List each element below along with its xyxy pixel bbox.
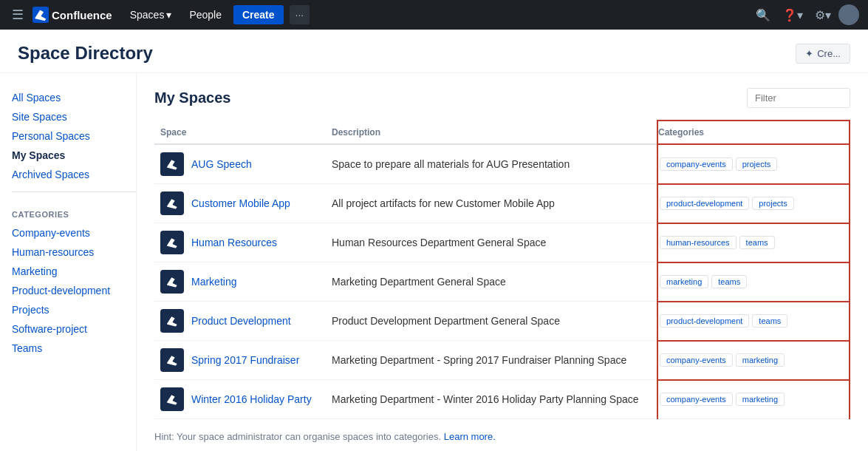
- space-description: Human Resources Department General Space: [332, 223, 657, 262]
- sidebar-item-site-spaces[interactable]: Site Spaces: [12, 107, 136, 126]
- sidebar-divider: [12, 191, 136, 192]
- table-row: Spring 2017 Fundraiser Marketing Departm…: [154, 341, 850, 380]
- sidebar-item-all-spaces[interactable]: All Spaces: [12, 88, 136, 107]
- sidebar-category-company-events[interactable]: Company-events: [12, 223, 136, 243]
- sidebar-categories: Company-eventsHuman-resourcesMarketingPr…: [12, 223, 136, 358]
- category-tag[interactable]: projects: [752, 197, 794, 210]
- sidebar-item-personal-spaces[interactable]: Personal Spaces: [12, 126, 136, 146]
- confluence-logo[interactable]: Confluence: [33, 7, 112, 23]
- topnav: ☰ Confluence Spaces ▾ People Create ··· …: [0, 0, 868, 30]
- space-description: Product Development Department General S…: [332, 302, 657, 341]
- main-content: My Spaces Space Description Categories A…: [137, 73, 868, 451]
- space-categories: human-resourcesteams: [657, 223, 850, 262]
- spaces-chevron-icon: ▾: [166, 9, 171, 21]
- space-icon: [160, 231, 184, 254]
- category-tag[interactable]: product-development: [660, 314, 749, 328]
- sidebar-item-archived-spaces[interactable]: Archived Spaces: [12, 165, 136, 184]
- space-name-link[interactable]: Marketing: [191, 276, 236, 288]
- category-tag[interactable]: product-development: [660, 197, 749, 210]
- more-button[interactable]: ···: [290, 5, 310, 24]
- spaces-nav-link[interactable]: Spaces ▾: [124, 6, 178, 24]
- sidebar-category-software-project[interactable]: Software-project: [12, 319, 136, 339]
- table-row: Human Resources Human Resources Departme…: [154, 223, 850, 262]
- sidebar-category-teams[interactable]: Teams: [12, 339, 136, 358]
- space-name-link[interactable]: AUG Speech: [191, 158, 252, 170]
- space-name-link[interactable]: Customer Mobile App: [191, 197, 290, 209]
- col-space-header: Space: [154, 121, 332, 144]
- col-categories-header: Categories: [657, 121, 850, 144]
- space-cell: Marketing: [160, 270, 323, 294]
- space-description: Space to prepare all materials for AUG P…: [332, 144, 657, 184]
- space-icon: [160, 387, 184, 411]
- search-icon-button[interactable]: 🔍: [751, 5, 775, 25]
- content-title: My Spaces: [154, 89, 230, 106]
- page-title: Space Directory: [18, 43, 153, 64]
- table-row: Customer Mobile App All project artifact…: [154, 184, 850, 223]
- space-cell: AUG Speech: [160, 152, 323, 176]
- hint-text: Hint: Your space administrator can organ…: [154, 431, 850, 442]
- help-icon-button[interactable]: ❓▾: [778, 5, 807, 25]
- category-tag[interactable]: marketing: [736, 353, 785, 367]
- table-row: AUG Speech Space to prepare all material…: [154, 144, 850, 184]
- main-layout: All SpacesSite SpacesPersonal SpacesMy S…: [0, 73, 868, 451]
- page-wrapper: Space Directory ✦ Cre... All SpacesSite …: [0, 30, 868, 451]
- table-header-row: Space Description Categories: [154, 121, 850, 144]
- sidebar: All SpacesSite SpacesPersonal SpacesMy S…: [0, 73, 137, 451]
- create-space-button[interactable]: ✦ Cre...: [796, 44, 850, 64]
- sidebar-links: All SpacesSite SpacesPersonal SpacesMy S…: [12, 88, 136, 184]
- user-avatar-button[interactable]: [838, 4, 859, 25]
- settings-icon-button[interactable]: ⚙▾: [810, 5, 835, 25]
- create-space-icon: ✦: [805, 48, 813, 59]
- category-tag[interactable]: marketing: [736, 393, 785, 406]
- category-tag[interactable]: teams: [739, 236, 775, 249]
- category-tag[interactable]: human-resources: [660, 236, 737, 249]
- space-categories: company-eventsprojects: [657, 144, 850, 184]
- filter-input[interactable]: [747, 88, 850, 108]
- learn-more-link[interactable]: Learn more.: [444, 431, 496, 442]
- categories-section-label: CATEGORIES: [12, 200, 136, 223]
- space-categories: company-eventsmarketing: [657, 380, 850, 419]
- category-tag[interactable]: company-events: [660, 393, 733, 406]
- space-name-link[interactable]: Winter 2016 Holiday Party: [191, 393, 312, 405]
- confluence-logo-text: Confluence: [52, 9, 112, 21]
- category-tag[interactable]: projects: [736, 157, 778, 171]
- category-tag[interactable]: marketing: [660, 275, 708, 288]
- category-tag[interactable]: teams: [711, 275, 747, 288]
- sidebar-item-my-spaces[interactable]: My Spaces: [12, 146, 136, 165]
- spaces-table-body: AUG Speech Space to prepare all material…: [154, 144, 850, 419]
- space-cell: Customer Mobile App: [160, 191, 323, 215]
- space-categories: marketingteams: [657, 262, 850, 302]
- space-cell: Human Resources: [160, 231, 323, 254]
- space-description: Marketing Department General Space: [332, 262, 657, 302]
- space-icon: [160, 270, 184, 294]
- category-tag[interactable]: company-events: [660, 353, 733, 367]
- sidebar-category-marketing[interactable]: Marketing: [12, 262, 136, 281]
- category-tag[interactable]: company-events: [660, 157, 733, 171]
- space-description: Marketing Department - Spring 2017 Fundr…: [332, 341, 657, 380]
- space-cell: Winter 2016 Holiday Party: [160, 387, 323, 411]
- table-row: Winter 2016 Holiday Party Marketing Depa…: [154, 380, 850, 419]
- space-categories: company-eventsmarketing: [657, 341, 850, 380]
- create-button[interactable]: Create: [233, 5, 284, 24]
- category-tag[interactable]: teams: [752, 314, 787, 328]
- hamburger-icon[interactable]: ☰: [9, 4, 27, 26]
- table-row: Marketing Marketing Department General S…: [154, 262, 850, 302]
- space-name-link[interactable]: Spring 2017 Fundraiser: [191, 354, 299, 366]
- content-header: My Spaces: [154, 88, 850, 108]
- people-nav-link[interactable]: People: [183, 6, 228, 24]
- space-icon: [160, 152, 184, 176]
- space-description: Marketing Department - Winter 2016 Holid…: [332, 380, 657, 419]
- space-categories: product-developmentteams: [657, 302, 850, 341]
- col-desc-header: Description: [332, 121, 657, 144]
- sidebar-category-human-resources[interactable]: Human-resources: [12, 243, 136, 262]
- space-name-link[interactable]: Human Resources: [191, 237, 277, 248]
- sidebar-category-product-development[interactable]: Product-development: [12, 281, 136, 300]
- space-name-link[interactable]: Product Development: [191, 315, 291, 327]
- table-row: Product Development Product Development …: [154, 302, 850, 341]
- topnav-right: 🔍 ❓▾ ⚙▾: [751, 4, 859, 25]
- space-description: All project artifacts for new Customer M…: [332, 184, 657, 223]
- space-icon: [160, 348, 184, 372]
- confluence-logo-icon: [33, 7, 49, 23]
- sidebar-category-projects[interactable]: Projects: [12, 300, 136, 319]
- space-icon: [160, 191, 184, 215]
